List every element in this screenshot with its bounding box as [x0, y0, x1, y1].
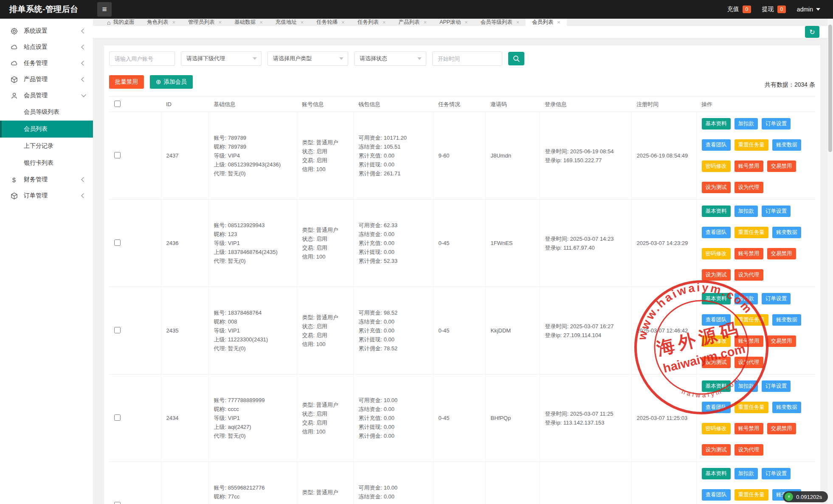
row-action-button[interactable]: 账号禁用: [735, 160, 763, 172]
sidebar-item[interactable]: $ 财务管理: [0, 172, 93, 188]
close-icon[interactable]: ×: [516, 19, 520, 25]
sidebar-item[interactable]: 站点设置: [0, 39, 93, 55]
row-action-button[interactable]: 基本资料: [702, 380, 731, 392]
row-action-button[interactable]: 密码修改: [702, 248, 731, 259]
row-action-button[interactable]: 重置任务量: [735, 489, 769, 501]
row-action-button[interactable]: 设为代理: [735, 269, 763, 281]
row-action-button[interactable]: 基本资料: [702, 468, 731, 479]
add-member-button[interactable]: ⊕ 添加会员: [150, 75, 193, 89]
row-action-button[interactable]: 密码修改: [702, 423, 731, 434]
tab[interactable]: ⌂ 我的桌面: [101, 19, 141, 26]
row-action-button[interactable]: 订单设置: [762, 468, 791, 479]
admin-user-menu[interactable]: admin: [797, 6, 820, 13]
row-checkbox[interactable]: [114, 414, 121, 421]
row-action-button[interactable]: 订单设置: [762, 380, 791, 392]
row-action-button[interactable]: 重置任务量: [735, 227, 769, 238]
sidebar-item[interactable]: 系统设置: [0, 23, 93, 39]
row-action-button[interactable]: 查看团队: [702, 139, 731, 151]
close-icon[interactable]: ×: [557, 19, 560, 25]
search-button[interactable]: [508, 52, 524, 65]
row-action-button[interactable]: 设为代理: [735, 357, 763, 368]
row-action-button[interactable]: 加扣款: [735, 293, 758, 304]
row-action-button[interactable]: 订单设置: [762, 293, 791, 304]
row-action-button[interactable]: 查看团队: [702, 402, 731, 413]
row-action-button[interactable]: 订单设置: [762, 206, 791, 217]
tab[interactable]: 管理员列表 ×: [182, 19, 228, 26]
user-type-select[interactable]: 请选择用户类型: [267, 51, 348, 66]
row-action-button[interactable]: 设为测试: [702, 357, 731, 368]
sidebar-item[interactable]: 任务管理: [0, 55, 93, 71]
sidebar-subitem[interactable]: 会员列表: [0, 121, 93, 138]
row-action-button[interactable]: 密码修改: [702, 160, 731, 172]
tab[interactable]: 会员列表 ×: [526, 19, 567, 26]
row-action-button[interactable]: 设为代理: [735, 444, 763, 456]
row-action-button[interactable]: 账变数据: [772, 314, 801, 326]
close-icon[interactable]: ×: [341, 19, 345, 25]
row-action-button[interactable]: 账变数据: [772, 227, 801, 238]
row-action-button[interactable]: 密码修改: [702, 335, 731, 347]
close-icon[interactable]: ×: [259, 19, 263, 25]
close-icon[interactable]: ×: [172, 19, 175, 25]
close-icon[interactable]: ×: [464, 19, 468, 25]
row-action-button[interactable]: 查看团队: [702, 314, 731, 326]
recharge-link[interactable]: 充值 0: [727, 6, 751, 13]
row-action-button[interactable]: 加扣款: [735, 206, 758, 217]
row-action-button[interactable]: 查看团队: [702, 227, 731, 238]
sidebar-subitem[interactable]: 银行卡列表: [0, 155, 93, 172]
sidebar-subitem[interactable]: 上下分记录: [0, 138, 93, 155]
row-action-button[interactable]: 设为测试: [702, 269, 731, 281]
row-action-button[interactable]: 账号禁用: [735, 335, 763, 347]
tab[interactable]: 充值地址 ×: [269, 19, 310, 26]
row-action-button[interactable]: 重置任务量: [735, 139, 769, 151]
row-checkbox[interactable]: [114, 502, 121, 504]
tab[interactable]: 任务列表 ×: [351, 19, 392, 26]
row-action-button[interactable]: 基本资料: [702, 293, 731, 304]
tab[interactable]: 基础数据 ×: [228, 19, 269, 26]
row-action-button[interactable]: 查看团队: [702, 489, 731, 501]
row-action-button[interactable]: 账号禁用: [735, 423, 763, 434]
scrollbar-track[interactable]: [827, 19, 833, 504]
tab[interactable]: 产品列表 ×: [392, 19, 433, 26]
hamburger-menu-icon[interactable]: ≡: [97, 2, 112, 17]
refresh-icon[interactable]: ↻: [805, 26, 819, 38]
sidebar-item[interactable]: 产品管理: [0, 71, 93, 87]
tab[interactable]: APP滚动 ×: [433, 19, 474, 26]
account-search-input[interactable]: [109, 51, 175, 66]
row-checkbox[interactable]: [114, 327, 121, 333]
close-icon[interactable]: ×: [219, 19, 222, 25]
row-action-button[interactable]: 订单设置: [762, 118, 791, 130]
tab[interactable]: 任务轮播 ×: [310, 19, 351, 26]
row-action-button[interactable]: 加扣款: [735, 380, 758, 392]
row-action-button[interactable]: 设为测试: [702, 182, 731, 193]
bulk-disable-button[interactable]: 批量禁用: [109, 75, 144, 89]
select-all-checkbox[interactable]: [114, 101, 121, 107]
row-action-button[interactable]: 账变数据: [772, 402, 801, 413]
row-checkbox[interactable]: [114, 239, 121, 246]
row-action-button[interactable]: 加扣款: [735, 468, 758, 479]
row-action-button[interactable]: 重置任务量: [735, 314, 769, 326]
sidebar-item[interactable]: 订单管理: [0, 188, 93, 204]
sidebar-item[interactable]: 会员管理: [0, 87, 93, 104]
row-action-button[interactable]: 基本资料: [702, 118, 731, 130]
row-action-button[interactable]: 账号禁用: [735, 248, 763, 259]
row-action-button[interactable]: 重置任务量: [735, 402, 769, 413]
close-icon[interactable]: ×: [424, 19, 427, 25]
row-action-button[interactable]: 账变数据: [772, 139, 801, 151]
row-action-button[interactable]: 设为测试: [702, 444, 731, 456]
row-action-button[interactable]: 加扣款: [735, 118, 758, 130]
row-action-button[interactable]: 基本资料: [702, 206, 731, 217]
scrollbar-thumb[interactable]: [828, 25, 832, 152]
sidebar-subitem[interactable]: 会员等级列表: [0, 104, 93, 121]
row-action-button[interactable]: 交易禁用: [767, 160, 796, 172]
row-action-button[interactable]: 交易禁用: [767, 423, 796, 434]
row-action-button[interactable]: 设为代理: [735, 182, 763, 193]
agent-select[interactable]: 请选择下级代理: [181, 51, 262, 66]
row-action-button[interactable]: 交易禁用: [767, 248, 796, 259]
close-icon[interactable]: ×: [383, 19, 386, 25]
close-icon[interactable]: ×: [301, 19, 304, 25]
tab[interactable]: 角色列表 ×: [141, 19, 182, 26]
start-time-input[interactable]: [432, 51, 502, 66]
row-action-button[interactable]: 交易禁用: [767, 335, 796, 347]
row-checkbox[interactable]: [114, 152, 121, 158]
tab[interactable]: 会员等级列表 ×: [474, 19, 526, 26]
